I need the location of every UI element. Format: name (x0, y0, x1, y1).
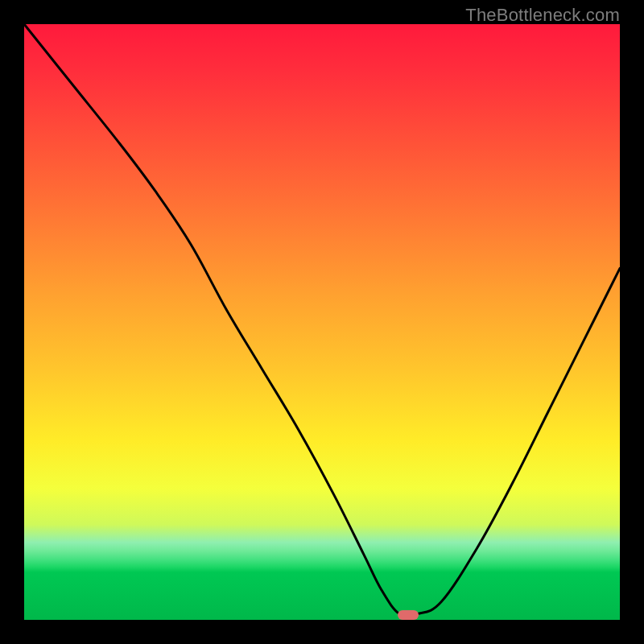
chart-frame: TheBottleneck.com (0, 0, 644, 644)
chart-line-layer (24, 24, 620, 620)
bottleneck-curve (24, 24, 620, 617)
watermark-text: TheBottleneck.com (465, 5, 620, 26)
bottleneck-point-marker (398, 610, 419, 620)
